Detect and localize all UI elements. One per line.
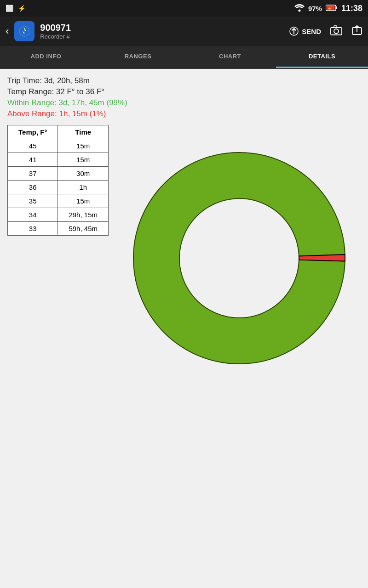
clock: 11:38 xyxy=(341,4,362,13)
title-bar: ‹ 900971 Recorder # SEND xyxy=(0,17,368,46)
status-bar: ⬜ ⚡ 97% ⚡ 11:38 xyxy=(0,0,368,17)
app-subtitle: Recorder # xyxy=(40,33,283,40)
title-text: 900971 Recorder # xyxy=(40,23,283,40)
table-cell: 15m xyxy=(58,153,109,167)
svg-rect-9 xyxy=(334,26,337,28)
table-cell: 36 xyxy=(8,181,58,194)
svg-marker-5 xyxy=(20,26,29,37)
status-right: 97% ⚡ 11:38 xyxy=(294,4,362,13)
donut-svg xyxy=(120,130,359,387)
table-cell: 30m xyxy=(58,167,109,181)
usb-icon: ⚡ xyxy=(18,5,26,12)
svg-text:⚡: ⚡ xyxy=(328,6,332,11)
table-row: 3359h, 45m xyxy=(8,222,109,236)
table-row: 3515m xyxy=(8,194,109,208)
table-cell: 45 xyxy=(8,139,58,153)
donut-hole xyxy=(180,199,298,317)
tab-add-info[interactable]: ADD INFO xyxy=(0,46,92,68)
title-actions: SEND xyxy=(289,25,362,38)
share-button[interactable] xyxy=(351,25,362,38)
table-row: 361h xyxy=(8,181,109,194)
tab-chart[interactable]: CHART xyxy=(184,46,276,68)
within-range: Within Range: 3d, 17h, 45m (99%) xyxy=(7,98,361,107)
table-cell: 34 xyxy=(8,208,58,222)
app-icon xyxy=(14,21,34,41)
left-column: Temp, F° Time 4515m4115m3730m361h3515m34… xyxy=(7,125,118,391)
camera-button[interactable] xyxy=(330,25,342,38)
table-cell: 33 xyxy=(8,222,58,236)
tab-ranges[interactable]: RANGES xyxy=(92,46,184,68)
status-left: ⬜ ⚡ xyxy=(6,5,26,12)
table-cell: 35 xyxy=(8,194,58,208)
table-header-time: Time xyxy=(58,125,109,139)
table-row: 3730m xyxy=(8,167,109,181)
table-cell: 59h, 45m xyxy=(58,222,109,236)
table-row: 4515m xyxy=(8,139,109,153)
table-cell: 29h, 15m xyxy=(58,208,109,222)
tab-details[interactable]: DETAILS xyxy=(276,46,368,68)
table-cell: 41 xyxy=(8,153,58,167)
svg-point-8 xyxy=(334,29,339,34)
send-button[interactable]: SEND xyxy=(289,26,321,36)
battery-icon: ⚡ xyxy=(326,5,338,12)
battery-percent: 97% xyxy=(308,5,322,12)
temp-range: Temp Range: 32 F° to 36 F° xyxy=(7,87,361,96)
wifi-icon xyxy=(294,4,305,13)
table-cell: 37 xyxy=(8,167,58,181)
info-section: Trip Time: 3d, 20h, 58m Temp Range: 32 F… xyxy=(7,76,361,119)
trip-time: Trip Time: 3d, 20h, 58m xyxy=(7,76,361,85)
content-row: Temp, F° Time 4515m4115m3730m361h3515m34… xyxy=(7,125,361,391)
table-row: 4115m xyxy=(8,153,109,167)
table-cell: 1h xyxy=(58,181,109,194)
table-row: 3429h, 15m xyxy=(8,208,109,222)
table-header-temp: Temp, F° xyxy=(8,125,58,139)
donut-chart xyxy=(120,130,359,387)
above-range: Above Range: 1h, 15m (1%) xyxy=(7,109,361,119)
temp-time-table: Temp, F° Time 4515m4115m3730m361h3515m34… xyxy=(7,125,109,236)
table-cell: 15m xyxy=(58,139,109,153)
app-title: 900971 xyxy=(40,23,283,33)
svg-rect-2 xyxy=(336,6,337,9)
above-range-slice xyxy=(299,254,345,261)
svg-point-0 xyxy=(298,9,300,11)
screen-icon: ⬜ xyxy=(6,5,13,12)
main-content: Trip Time: 3d, 20h, 58m Temp Range: 32 F… xyxy=(0,69,368,588)
tab-bar: ADD INFO RANGES CHART DETAILS xyxy=(0,46,368,69)
back-button[interactable]: ‹ xyxy=(6,25,9,37)
chart-column xyxy=(118,125,361,391)
table-cell: 15m xyxy=(58,194,109,208)
